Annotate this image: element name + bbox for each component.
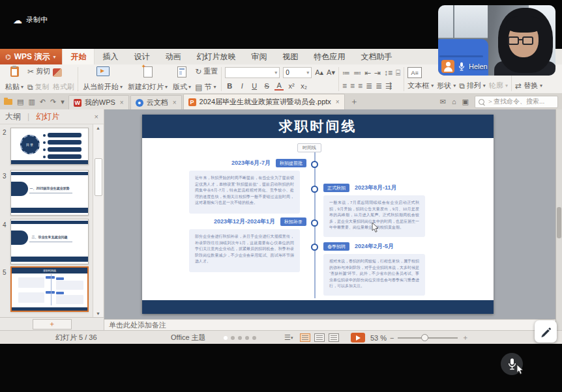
- distribute-button[interactable]: ≣: [376, 82, 382, 90]
- menu-tab-review[interactable]: 审阅: [243, 49, 274, 64]
- menu-tab-home[interactable]: 开始: [62, 49, 95, 64]
- underline-button[interactable]: U: [250, 82, 259, 90]
- numbered-list-button[interactable]: ≕: [353, 69, 361, 77]
- new-slide-button[interactable]: 新建幻灯片▾: [125, 66, 170, 92]
- text-box-button[interactable]: 文本框▾: [407, 81, 434, 91]
- play-button[interactable]: [351, 333, 365, 343]
- decrease-indent-button[interactable]: ⇤: [364, 69, 371, 77]
- print-icon[interactable]: ▥: [28, 98, 35, 105]
- zoom-slider-knob[interactable]: [421, 334, 428, 341]
- paste-button[interactable]: 粘贴▾: [3, 66, 26, 92]
- theme-name[interactable]: Office 主题: [171, 331, 206, 344]
- bold-button[interactable]: B: [225, 82, 234, 90]
- slide-number: 3: [3, 173, 7, 180]
- canvas-scrollbar[interactable]: [555, 109, 562, 330]
- bullet-list-button[interactable]: ≔: [342, 69, 350, 77]
- open-folder-icon[interactable]: [4, 99, 12, 105]
- play-from-current-button[interactable]: 从当前开始▾: [80, 66, 125, 92]
- play-icon: [356, 335, 361, 341]
- font-color-button[interactable]: A: [274, 81, 284, 91]
- cut-button[interactable]: ✂剪切: [27, 66, 50, 76]
- normal-view-button[interactable]: [300, 333, 310, 342]
- event-badge: 春季招聘: [323, 242, 349, 251]
- align-center-button[interactable]: ≡: [350, 82, 355, 90]
- justify-button[interactable]: ≣: [366, 82, 372, 90]
- reading-view-button[interactable]: [329, 333, 339, 342]
- scroll-up-icon[interactable]: ▲: [93, 126, 103, 130]
- zoom-out-button[interactable]: −: [390, 331, 394, 344]
- section-icon: ▤: [195, 83, 202, 91]
- close-icon[interactable]: ×: [336, 98, 340, 105]
- arrange-button[interactable]: ⧉排列▾: [459, 81, 486, 91]
- redo-icon[interactable]: ↷: [50, 98, 56, 105]
- outline-button[interactable]: 轮廓▾: [489, 81, 508, 91]
- layout-switch-icon[interactable]: ▣: [462, 98, 469, 105]
- panel-scrollbar[interactable]: ▲ ▼: [93, 124, 103, 317]
- recording-indicator: ☁ 录制中: [13, 15, 48, 25]
- panel-close-icon[interactable]: ×: [95, 113, 98, 120]
- notes-bar[interactable]: 单击此处添加备注: [104, 319, 555, 330]
- skin-icon[interactable]: ⌂: [452, 98, 456, 105]
- slide-thumbnail-5-current[interactable]: 求职时间线: [10, 266, 89, 312]
- line-spacing-button[interactable]: ↕≡: [384, 69, 392, 77]
- add-slide-button[interactable]: ＋: [33, 319, 72, 329]
- replace-button[interactable]: ⇄替换▾: [515, 81, 542, 91]
- menu-tab-doc-assistant[interactable]: 文档助手: [353, 49, 400, 64]
- scroll-down-icon[interactable]: ▼: [93, 311, 103, 316]
- outline-tab[interactable]: 大纲: [5, 111, 21, 122]
- superscript-button[interactable]: x²: [287, 82, 296, 90]
- doc-tab-presentation[interactable]: P 2024届毕业生就业政策宣讲暨动员会.pptx×: [183, 94, 345, 109]
- slides-tab[interactable]: 幻灯片: [36, 111, 59, 122]
- copy-button[interactable]: ⧉复制: [27, 82, 50, 92]
- panel-header: 大纲 | 幻灯片 ×: [0, 109, 104, 124]
- format-painter-button[interactable]: 格式刷: [53, 82, 74, 92]
- increase-indent-button[interactable]: ⇥: [374, 69, 381, 77]
- notes-toggle-icon[interactable]: ☰▾: [284, 331, 293, 344]
- section-button[interactable]: ▤节▾: [195, 82, 218, 92]
- font-name-select[interactable]: ▾: [225, 67, 280, 78]
- align-right-button[interactable]: ≡: [358, 82, 362, 90]
- menu-tab-special-apps[interactable]: 特色应用: [306, 49, 353, 64]
- event-badge: 秋招补录: [280, 217, 306, 226]
- save-icon[interactable]: ▤: [17, 98, 23, 105]
- menu-tab-insert[interactable]: 插入: [95, 49, 126, 64]
- annotation-button[interactable]: [535, 320, 557, 343]
- grow-font-button[interactable]: A▴: [315, 68, 323, 77]
- align-left-button[interactable]: ≡: [342, 82, 347, 90]
- message-icon[interactable]: ✉: [440, 98, 446, 105]
- shrink-font-button[interactable]: A▾: [327, 68, 335, 77]
- zoom-in-button[interactable]: ＋: [462, 331, 469, 344]
- columns-button[interactable]: ⇶: [385, 82, 392, 90]
- new-tab-button[interactable]: ＋: [346, 96, 362, 107]
- close-icon[interactable]: ×: [173, 99, 177, 106]
- webcam-overlay[interactable]: Helen: [438, 5, 555, 76]
- menu-tab-animation[interactable]: 动画: [157, 49, 188, 64]
- layout-button[interactable]: 版式▾: [170, 66, 194, 92]
- scrollbar-thumb[interactable]: [95, 158, 102, 196]
- slide-title: 求职时间线: [279, 117, 357, 135]
- doc-tab-cloud-docs[interactable]: ● 云文档×: [130, 95, 182, 109]
- menu-tab-design[interactable]: 设计: [126, 49, 157, 64]
- menu-tab-view[interactable]: 视图: [274, 49, 306, 64]
- slide-thumbnail-4[interactable]: 二、毕业生常见就业问题: [10, 219, 89, 264]
- wps-brand-button[interactable]: ⌬ WPS 演示 ▾: [0, 49, 62, 64]
- quick-access-dropdown-icon[interactable]: ▾: [61, 98, 65, 105]
- subscript-button[interactable]: x₂: [299, 82, 308, 90]
- shapes-button[interactable]: 形状▾: [437, 81, 456, 91]
- reset-button[interactable]: ↻重置: [195, 66, 218, 76]
- search-input[interactable]: ＞查找命令、搜索...: [475, 96, 558, 108]
- italic-button[interactable]: I: [237, 82, 246, 90]
- close-icon[interactable]: ×: [120, 99, 124, 106]
- slide[interactable]: 求职时间线 时间线 2023年6月-7月 秋招提前批 近年来，秋招开始的时间不断…: [142, 115, 494, 314]
- slide-thumbnail-2[interactable]: 目录: [10, 128, 89, 165]
- zoom-slider[interactable]: [398, 331, 458, 344]
- text-direction-button[interactable]: ⌸: [396, 69, 400, 77]
- slide-sorter-view-button[interactable]: [314, 333, 325, 342]
- canvas-scrollbar-thumb[interactable]: [557, 207, 561, 238]
- doc-tab-my-wps[interactable]: W 我的WPS×: [68, 95, 129, 109]
- menu-tab-slideshow[interactable]: 幻灯片放映: [188, 49, 243, 64]
- undo-icon[interactable]: ↶: [40, 98, 46, 105]
- slide-thumbnail-3[interactable]: 一、2023届毕业生就业形势: [10, 170, 89, 216]
- strikethrough-button[interactable]: S: [262, 82, 271, 90]
- font-size-select[interactable]: 0▾: [283, 67, 312, 78]
